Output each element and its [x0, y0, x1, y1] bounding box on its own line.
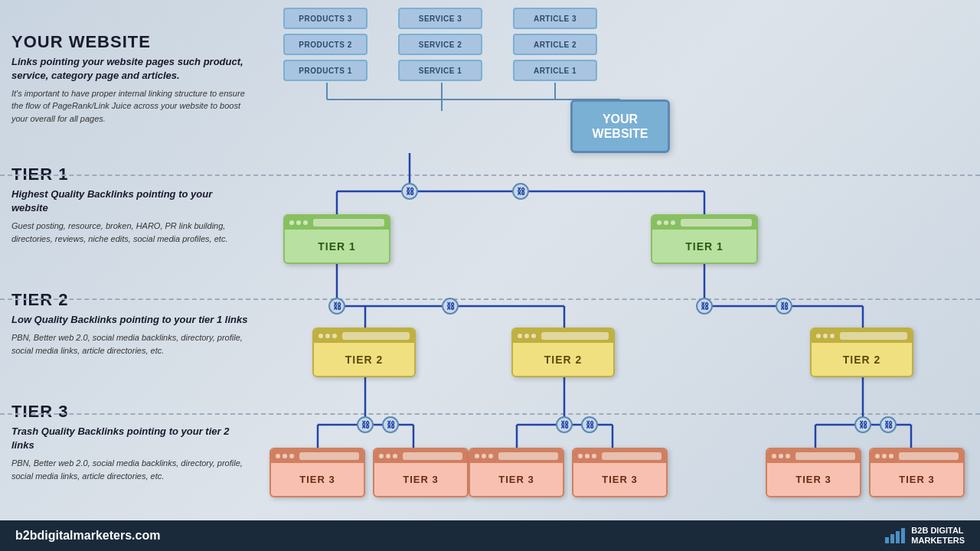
bar3	[896, 531, 900, 543]
svg-text:⛓: ⛓	[586, 420, 594, 429]
svg-point-53	[880, 417, 896, 432]
left-panel: Your Website Links pointing your website…	[0, 0, 260, 551]
dot2	[664, 220, 668, 225]
bar4	[901, 528, 905, 543]
dot3	[289, 454, 294, 458]
svg-point-43	[358, 417, 373, 432]
url-bar	[602, 452, 662, 460]
bar2	[890, 534, 894, 543]
website-title: Your Website	[11, 32, 249, 52]
dot3	[303, 220, 308, 225]
tier2-right-bar	[812, 329, 912, 343]
svg-text:⛓: ⛓	[387, 420, 395, 429]
service-3-box: SERVICE 3	[398, 8, 482, 29]
svg-point-35	[329, 298, 345, 314]
tier3-3-label: TIER 3	[470, 463, 563, 496]
tier3-2-label: TIER 3	[374, 463, 467, 496]
url-bar	[899, 452, 959, 460]
svg-point-39	[697, 298, 712, 314]
tier2-mid-bar	[513, 329, 613, 343]
tier3-6-bar	[871, 449, 963, 463]
tier1-left-bar	[285, 216, 389, 230]
svg-text:⛓: ⛓	[333, 302, 341, 311]
tier3-node-6: TIER 3	[869, 448, 965, 497]
dot1	[816, 334, 821, 338]
products-2-box: PRODUCTS 2	[283, 34, 368, 55]
tier3-4-bar	[573, 449, 666, 463]
tier1-section-desc: TIER 1 Highest Quality Backlinks pointin…	[11, 149, 249, 260]
diagram: ⛓ ⛓ ⛓ ⛓ ⛓ ⛓ ⛓ ⛓ ⛓ ⛓ ⛓ ⛓ PRODUCTS 3	[260, 0, 980, 536]
dot3	[671, 220, 675, 225]
dot1	[875, 454, 880, 458]
svg-text:⛓: ⛓	[701, 302, 709, 311]
dot3	[592, 454, 596, 458]
tier3-6-label: TIER 3	[871, 463, 963, 496]
tier3-node-1: TIER 3	[270, 448, 365, 497]
url-bar	[681, 219, 752, 227]
tier3-1-bar	[271, 449, 364, 463]
svg-point-49	[582, 417, 597, 432]
tier2-mid-node: TIER 2	[511, 328, 615, 377]
tier2-right-node: TIER 2	[810, 328, 913, 377]
service-1-box: SERVICE 1	[398, 60, 482, 81]
tier2-section-desc: TIER 2 Low Quality Backlinks pointing to…	[11, 268, 249, 379]
tier2-mid-label: TIER 2	[513, 343, 613, 376]
url-bar	[403, 452, 462, 460]
tier1-right-node: TIER 1	[651, 214, 758, 264]
svg-point-45	[383, 417, 398, 432]
dot1	[379, 454, 384, 458]
tier3-3-bar	[470, 449, 563, 463]
url-bar	[313, 219, 384, 227]
dot3	[332, 334, 337, 338]
svg-point-33	[513, 184, 528, 199]
dot3	[889, 454, 893, 458]
dot3	[393, 454, 397, 458]
products-3-box: PRODUCTS 3	[283, 8, 368, 29]
tier3-body: PBN, Better web 2.0, social media backli…	[11, 457, 249, 482]
dot1	[289, 220, 294, 225]
svg-text:⛓: ⛓	[780, 302, 789, 311]
svg-point-51	[855, 417, 871, 432]
dot1	[772, 454, 776, 458]
dot1	[657, 220, 662, 225]
dot2	[283, 454, 287, 458]
products-1-box: PRODUCTS 1	[283, 60, 368, 81]
dot2	[823, 334, 828, 338]
logo-bars	[885, 528, 905, 543]
dot3	[488, 454, 493, 458]
tier3-5-label: TIER 3	[767, 463, 860, 496]
svg-point-37	[443, 298, 458, 314]
service-2-box: SERVICE 2	[398, 34, 482, 55]
footer: b2bdigitalmarketers.com B2B DIGITAL MARK…	[0, 520, 980, 551]
your-website-node: YOUR WEBSITE	[570, 99, 670, 153]
tier3-node-5: TIER 3	[766, 448, 861, 497]
svg-text:⛓: ⛓	[406, 187, 414, 196]
url-bar	[498, 452, 558, 460]
tier2-right-label: TIER 2	[812, 343, 912, 376]
footer-logo: B2B DIGITAL MARKETERS	[885, 526, 965, 546]
website-subtitle: Links pointing your website pages such p…	[11, 55, 249, 83]
url-bar	[342, 332, 410, 340]
svg-text:⛓: ⛓	[560, 420, 569, 429]
tier3-node-3: TIER 3	[469, 448, 564, 497]
dot1	[276, 454, 280, 458]
tier2-left-node: TIER 2	[312, 328, 416, 377]
svg-text:⛓: ⛓	[859, 420, 867, 429]
dot2	[296, 220, 301, 225]
footer-logo-text: B2B DIGITAL MARKETERS	[911, 526, 965, 546]
tier1-subtitle: Highest Quality Backlinks pointing to yo…	[11, 187, 249, 215]
tier3-5-bar	[767, 449, 860, 463]
article-3-box: ARTICLE 3	[513, 8, 597, 29]
tier1-right-bar	[652, 216, 756, 230]
dot3	[786, 454, 790, 458]
svg-point-47	[557, 417, 572, 432]
tier3-2-bar	[374, 449, 467, 463]
url-bar	[541, 332, 609, 340]
website-body: It's important to have proper internal l…	[11, 87, 249, 126]
dot1	[318, 334, 323, 338]
tier3-1-label: TIER 3	[271, 463, 364, 496]
svg-text:⛓: ⛓	[884, 420, 893, 429]
tier3-node-2: TIER 3	[373, 448, 469, 497]
tier3-4-label: TIER 3	[573, 463, 666, 496]
dot2	[482, 454, 486, 458]
